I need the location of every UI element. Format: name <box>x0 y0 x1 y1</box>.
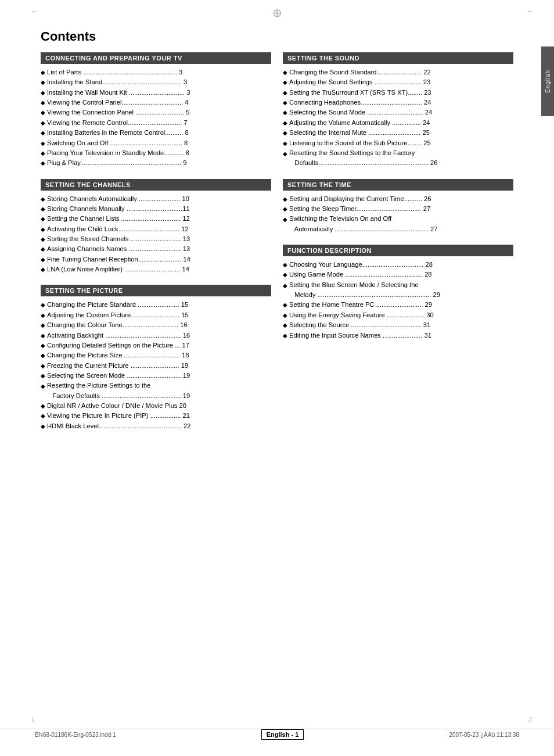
bullet-icon: ◆ <box>283 128 287 138</box>
item-text: Setting the Channel Lists ..............… <box>47 214 271 224</box>
item-text: Selecting the Sound Mode ...............… <box>289 108 513 117</box>
bullet-icon: ◆ <box>41 331 45 341</box>
toc-item: ◆ Viewing the Remote Control............… <box>41 118 271 128</box>
bullet-icon: ◆ <box>41 265 45 274</box>
footer-file: BN68-01186K-Eng-0523.indd 1 <box>35 732 116 738</box>
section-header-channels: SETTING THE CHANNELS <box>41 179 271 191</box>
item-text: Using Game Mode ........................… <box>289 270 513 280</box>
toc-item: ◆ Storing Channels Automatically .......… <box>41 194 271 204</box>
corner-bracket-br: J <box>528 715 533 724</box>
toc-item: ◆ Resetting the Picture Settings to the … <box>41 381 271 401</box>
section-channels: SETTING THE CHANNELS ◆ Storing Channels … <box>41 179 271 275</box>
item-text: Selecting the Internal Mute ............… <box>289 128 513 138</box>
toc-item: ◆ Changing the Sound Standard...........… <box>283 67 513 77</box>
corner-bracket-tl: ⌐ <box>32 7 37 16</box>
item-text: Setting the Blue Screen Mode / Selecting… <box>289 281 419 288</box>
item-text: Activating Backlight ...................… <box>47 331 271 341</box>
language-tab: English <box>541 46 554 116</box>
toc-item: ◆ Sorting the Stored Channels ..........… <box>41 234 271 244</box>
item-text: Adjusting the Volume Automatically .....… <box>289 118 513 128</box>
right-column: SETTING THE SOUND ◆ Changing the Sound S… <box>283 52 513 442</box>
toc-item: ◆ Installing Batteries in the Remote Con… <box>41 128 271 138</box>
footer: BN68-01186K-Eng-0523.indd 1 English - 1 … <box>0 729 554 740</box>
item-text: Viewing the Picture In Picture (PIP) ...… <box>47 411 271 421</box>
item-text: Sorting the Stored Channels ............… <box>47 234 271 244</box>
toc-item: ◆ Adjusting the Custom Picture..........… <box>41 310 271 320</box>
item-text: Activating the Child Lock...............… <box>47 224 271 234</box>
toc-item: ◆ Changing the Picture Size.............… <box>41 350 271 360</box>
toc-item: ◆ Placing Your Television in Standby Mod… <box>41 148 271 158</box>
item-text: Setting the Home Theatre PC ............… <box>289 300 513 310</box>
item-text: Editing the Input Source Names .........… <box>289 331 513 341</box>
toc-item: ◆ Listening to the Sound of the Sub Pict… <box>283 138 513 148</box>
section-header-connecting: CONNECTING AND PREPARING YOUR TV <box>41 52 271 64</box>
bullet-icon: ◆ <box>41 68 45 77</box>
bullet-icon: ◆ <box>41 361 45 371</box>
item-text: Adjusting the Custom Picture............… <box>47 310 271 320</box>
item-text: Selecting the Screen Mode ..............… <box>47 371 271 381</box>
item-text: Switching the Television On and Off <box>289 215 391 222</box>
bullet-icon: ◆ <box>41 321 45 330</box>
bullet-icon: ◆ <box>283 98 287 108</box>
toc-item: ◆ Storing Channels Manually ............… <box>41 204 271 214</box>
item-text-cont: Defaults................................… <box>289 159 438 166</box>
bullet-icon: ◆ <box>283 119 287 128</box>
toc-item: ◆ Using the Energy Saving Feature ......… <box>283 310 513 320</box>
item-text: Assigning Channels Names ...............… <box>47 244 271 254</box>
item-content: Setting the Blue Screen Mode / Selecting… <box>289 280 513 300</box>
bullet-icon: ◆ <box>41 422 45 431</box>
toc-item: ◆ Selecting the Screen Mode ............… <box>41 371 271 381</box>
toc-item: ◆ Selecting the Sound Mode .............… <box>283 108 513 117</box>
toc-item: ◆ Plug & Play...........................… <box>41 158 271 168</box>
bullet-icon: ◆ <box>283 78 287 87</box>
toc-item: ◆ Configuring Detailed Settings on the P… <box>41 341 271 350</box>
section-connecting: CONNECTING AND PREPARING YOUR TV ◆ List … <box>41 52 271 169</box>
item-text: Setting the TruSurround XT (SRS TS XT)..… <box>289 88 513 98</box>
item-text: Installing Batteries in the Remote Contr… <box>47 128 271 138</box>
bullet-icon: ◆ <box>283 149 287 159</box>
item-text: LNA (Low Noise Amplifier) ..............… <box>47 264 271 274</box>
bullet-icon: ◆ <box>283 139 287 148</box>
item-text: Fine Tuning Channel Reception...........… <box>47 255 271 264</box>
bullet-icon: ◆ <box>41 78 45 87</box>
item-text: HDMI Black Level........................… <box>47 421 271 431</box>
bullet-icon: ◆ <box>283 88 287 98</box>
bullet-icon: ◆ <box>283 331 287 341</box>
bullet-icon: ◆ <box>283 215 287 224</box>
toc-item: ◆ Switching the Television On and Off Au… <box>283 214 513 234</box>
item-text: Digital NR / Active Colour / DNIe / Movi… <box>47 401 271 411</box>
toc-item: ◆ Choosing Your Language................… <box>283 260 513 270</box>
item-text: List of Parts ..........................… <box>47 67 271 77</box>
item-text: Changing the Colour Tone................… <box>47 320 271 330</box>
section-picture: SETTING THE PICTURE ◆ Changing the Pictu… <box>41 285 271 431</box>
item-content: Resetting the Sound Settings to the Fact… <box>289 148 513 169</box>
bullet-icon: ◆ <box>41 402 45 411</box>
item-text-cont: Factory Defaults .......................… <box>47 392 190 399</box>
bullet-icon: ◆ <box>283 300 287 310</box>
toc-item: ◆ Switching On and Off .................… <box>41 138 271 148</box>
bullet-icon: ◆ <box>41 205 45 214</box>
page: ⊕ ⌐ ¬ L J English Contents CONNECTING AN… <box>0 0 554 756</box>
toc-item: ◆ Setting the Channel Lists ............… <box>41 214 271 224</box>
content-area: Contents CONNECTING AND PREPARING YOUR T… <box>0 0 554 476</box>
item-text: Listening to the Sound of the Sub Pictur… <box>289 138 513 148</box>
toc-item: ◆ Changing the Picture Standard ........… <box>41 300 271 310</box>
toc-item: ◆ Resetting the Sound Settings to the Fa… <box>283 148 513 169</box>
bullet-icon: ◆ <box>283 68 287 77</box>
bullet-icon: ◆ <box>41 128 45 138</box>
bullet-icon: ◆ <box>41 235 45 244</box>
item-text: Changing the Sound Standard.............… <box>289 67 513 77</box>
two-column-layout: CONNECTING AND PREPARING YOUR TV ◆ List … <box>41 52 513 442</box>
bullet-icon: ◆ <box>41 149 45 158</box>
bullet-icon: ◆ <box>41 88 45 98</box>
bullet-icon: ◆ <box>283 311 287 320</box>
item-text: Installing the Stand....................… <box>47 77 271 87</box>
item-text: Selecting the Source ...................… <box>289 320 513 330</box>
toc-item: ◆ Assigning Channels Names .............… <box>41 244 271 254</box>
item-text: Freezing the Current Picture ...........… <box>47 361 271 371</box>
item-text-cont: Melody .................................… <box>289 291 440 298</box>
toc-item: ◆ Setting and Displaying the Current Tim… <box>283 194 513 204</box>
item-text: Using the Energy Saving Feature ........… <box>289 310 513 320</box>
bullet-icon: ◆ <box>283 205 287 214</box>
toc-item: ◆ Adjusting the Sound Settings .........… <box>283 77 513 87</box>
